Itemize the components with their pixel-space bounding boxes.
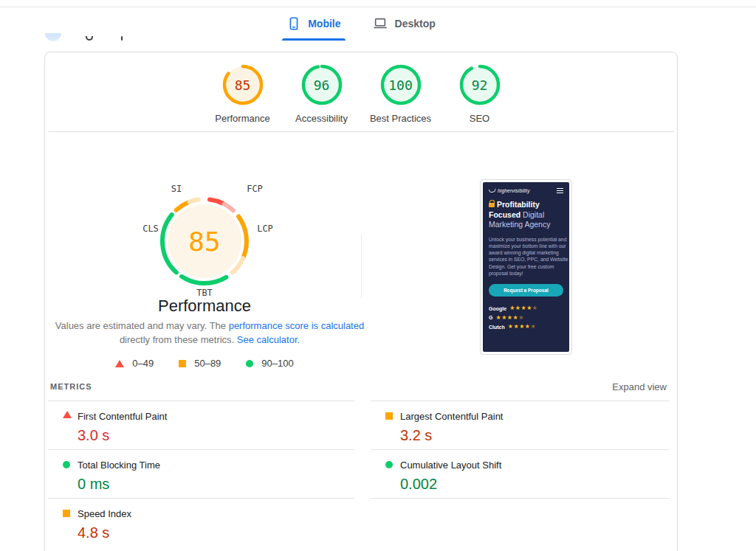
scores-divider [48,131,674,132]
metric-triangle-icon [63,411,72,418]
score-legend: 0–4950–8990–100 [45,358,364,369]
screenshot-content: highervisibility Profitability Focused D… [483,182,569,352]
gauge-title: Performance [45,297,364,316]
clipped-score-circle-fragment [45,33,61,41]
tab-desktop[interactable]: Desktop [368,7,440,40]
metric-square-icon [63,510,70,517]
rating-stars-icon: ★★★★★ [509,305,537,311]
metric-value: 0.002 [400,476,670,493]
metric-value: 0 ms [78,476,354,493]
legend-item: 0–49 [115,358,154,369]
page-screenshot-thumbnail[interactable]: highervisibility Profitability Focused D… [480,179,572,355]
gauge-label-fcp: FCP [247,184,263,194]
score-value: 100 [380,64,422,105]
rating-source-label: Clutch [489,325,505,330]
rating-source-label: Google [489,306,506,311]
site-logo: highervisibility [489,188,530,193]
score-value: 92 [459,64,501,105]
lock-icon [489,203,495,207]
legend-triangle-icon [115,360,124,367]
rating-row-g: G★★★★★ [489,315,563,321]
clipped-text-fragment [86,36,93,41]
score-label: Best Practices [370,113,431,124]
legend-range-label: 0–49 [132,358,154,369]
score-calculation-link[interactable]: performance score is calculated [229,320,365,331]
score-gauge-best-practices[interactable]: 100Best Practices [365,64,436,124]
hamburger-menu-icon [557,188,563,193]
disclaimer-text: directly from these metrics. [120,334,237,345]
tab-mobile-label: Mobile [308,18,340,30]
performance-gauge-pane: 85 SI FCP CLS LCP TBT Performance Values… [45,179,364,400]
site-ratings: Google★★★★★G★★★★★Clutch★★★★★ [489,305,563,330]
rating-source-label: G [489,315,492,320]
score-ring: 100 [380,64,422,105]
legend-square-icon [179,360,186,367]
performance-score-value: 85 [157,193,252,289]
legend-range-label: 50–89 [194,358,221,369]
metric-first-contentful-paint: First Contentful Paint3.0 s [48,401,354,449]
metric-square-icon [385,412,393,420]
site-body-text: Unlock your business potential and maxim… [489,236,570,277]
metric-empty-cell [371,498,670,547]
see-calculator-link[interactable]: See calculator. [237,334,300,345]
rating-row-clutch: Clutch★★★★★ [489,324,563,330]
clipped-text-fragment [121,36,123,41]
metric-total-blocking-time: Total Blocking Time0 ms [48,449,354,498]
gauge-label-cls: CLS [142,223,159,234]
active-tab-underline [282,38,345,41]
metric-label: Largest Contentful Paint [400,411,670,422]
rating-stars-icon: ★★★★★ [508,324,536,330]
score-gauge-accessibility[interactable]: 96Accessibility [286,64,357,124]
score-label: Performance [215,113,269,124]
tab-mobile[interactable]: Mobile [282,7,345,40]
rating-stars-icon: ★★★★★ [495,315,523,321]
legend-item: 90–100 [246,358,293,369]
metric-value: 3.0 s [78,427,354,444]
score-ring: 92 [459,64,501,105]
metric-value: 4.8 s [78,524,354,541]
report-card: 85Performance96Accessibility100Best Prac… [44,52,678,551]
metric-label: Total Blocking Time [78,460,354,471]
score-ring: 96 [301,64,343,105]
legend-range-label: 90–100 [261,358,293,369]
rating-row-google: Google★★★★★ [489,305,563,311]
score-disclaimer: Values are estimated and may vary. The p… [45,319,374,347]
legend-circle-icon [246,360,253,367]
metric-cumulative-layout-shift: Cumulative Layout Shift0.002 [371,449,670,498]
gauge-label-lcp: LCP [257,223,273,234]
metric-speed-index: Speed Index4.8 s [48,498,354,547]
metric-largest-contentful-paint: Largest Contentful Paint3.2 s [371,401,670,449]
disclaimer-text: Values are estimated and may vary. The [55,320,229,331]
score-value: 85 [222,64,264,105]
metric-circle-icon [385,461,393,468]
score-label: Accessibility [295,113,348,124]
gauge-label-si: SI [171,184,182,194]
metric-label: Speed Index [78,508,354,519]
pane-divider [361,235,362,298]
metrics-heading: METRICS [50,382,92,391]
metrics-grid: First Contentful Paint3.0 sLargest Conte… [48,401,670,547]
logo-swoosh-icon [489,188,497,193]
legend-item: 50–89 [179,358,221,369]
score-gauge-seo[interactable]: 92SEO [444,64,515,124]
site-headline: Profitability Focused Digital Marketing … [489,200,568,230]
device-tabs: Mobile Desktop [0,7,722,40]
expand-view-button[interactable]: Expand view [612,381,667,392]
metric-value: 3.2 s [400,427,670,444]
tab-desktop-label: Desktop [395,18,436,30]
request-proposal-button: Request a Proposal [489,284,563,297]
score-gauge-performance[interactable]: 85Performance [207,64,278,124]
score-label: SEO [470,113,489,124]
metric-label: Cumulative Layout Shift [400,460,670,471]
score-value: 96 [301,64,343,105]
category-scores-row: 85Performance96Accessibility100Best Prac… [45,64,677,124]
metric-circle-icon [63,461,70,468]
desktop-laptop-icon [372,16,388,31]
site-brand-name: highervisibility [498,188,530,193]
mobile-phone-icon [286,16,301,31]
metric-label: First Contentful Paint [78,411,354,422]
score-ring: 85 [222,64,264,105]
